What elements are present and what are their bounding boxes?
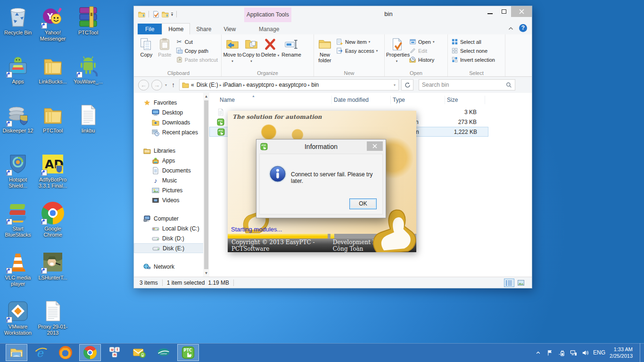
breadcrumb-item[interactable]: easyptcpro [247, 82, 274, 88]
tab-share[interactable]: Share [190, 24, 217, 34]
sidebar-item-disk-e[interactable]: Disk (E:) [134, 243, 209, 253]
rename-button[interactable]: Rename [280, 36, 303, 67]
thumbnails-view-button[interactable] [516, 279, 526, 287]
desktop-icon-adflybotpro-3-3-1-final[interactable]: ADAdflyBotPro 3.3.1 Final... [35, 153, 70, 189]
breadcrumb-collapsed-indicator[interactable]: « [191, 82, 194, 88]
breadcrumb-item[interactable]: bin [311, 82, 319, 88]
desktop-icon-google-chrome[interactable]: Google Chrome [35, 202, 70, 238]
tab-view[interactable]: View [217, 24, 242, 34]
breadcrumb-item[interactable]: easyptcpro [279, 82, 306, 88]
column-header-type[interactable]: Type [391, 96, 445, 104]
desktop-icon-vlc-media-player[interactable]: VLC media player [0, 251, 35, 287]
sidebar-section-network[interactable]: Network [134, 262, 209, 272]
volume-icon[interactable] [581, 349, 589, 356]
refresh-button[interactable] [401, 79, 413, 90]
tab-file[interactable]: File [138, 24, 162, 34]
scroll-down-icon[interactable]: ▼ [203, 271, 209, 275]
sidebar-item-videos[interactable]: Videos [134, 195, 209, 205]
taskbar-item-viettel[interactable]: viettel [153, 344, 174, 361]
open-button[interactable]: Open ▾ [407, 37, 436, 46]
taskbar-item-ie[interactable]: e [30, 344, 52, 361]
desktop-icon-vmware-workstation[interactable]: VMware Workstation [0, 300, 35, 336]
sidebar-section-libraries[interactable]: Libraries [134, 146, 209, 156]
breadcrumb[interactable]: «Disk (E:)▸iPadian▸easyptcpro▸easyptcpro… [179, 79, 399, 90]
back-button[interactable]: ← [138, 80, 149, 90]
new-folder-button[interactable]: New folder [315, 36, 334, 67]
show-desktop-button[interactable] [640, 343, 644, 362]
help-icon[interactable]: ? [519, 24, 527, 32]
move-to-button[interactable]: Move to ▾ [223, 36, 242, 67]
show-hidden-icons-button[interactable] [534, 349, 542, 356]
paste-button[interactable]: Paste [156, 36, 174, 67]
maximize-button[interactable] [497, 6, 511, 17]
desktop-icon-lshuntert[interactable]: LSHunterT... [35, 251, 70, 281]
ok-button[interactable]: OK [349, 198, 377, 209]
desktop-icon-start-bluestacks[interactable]: Start BlueStacks [0, 202, 35, 238]
desktop-icon-yahoo-messenger[interactable]: YYahoo! Messenger [35, 6, 70, 42]
desktop-icon-linkbu[interactable]: linkbu [71, 104, 106, 134]
search-box[interactable] [419, 79, 515, 90]
breadcrumb-item[interactable]: iPadian [223, 82, 242, 88]
taskbar-item-mail[interactable] [128, 344, 150, 361]
breadcrumb-separator-icon[interactable]: ▸ [306, 83, 311, 87]
desktop-icon-youwave[interactable]: YouWave_... [71, 55, 106, 85]
dialog-close-button[interactable] [367, 141, 383, 151]
taskbar-item-chrome[interactable] [79, 344, 101, 361]
cut-button[interactable]: ✂ Cut [174, 37, 220, 46]
desktop-icon-ptctool[interactable]: PTCTool [35, 104, 70, 134]
breadcrumb-separator-icon[interactable]: ▸ [274, 83, 279, 87]
desktop-icon-apps[interactable]: Apps [0, 55, 35, 85]
taskbar-item-explorer[interactable] [6, 344, 27, 361]
recent-locations-icon[interactable]: ▾ [165, 83, 167, 87]
sidebar-section-favorites[interactable]: ★Favorites [134, 98, 209, 107]
column-header-name[interactable]: Name▲ [209, 96, 332, 104]
forward-button[interactable]: → [151, 80, 162, 90]
new-item-button[interactable]: New item ▾ [334, 37, 380, 46]
scrollbar-thumb[interactable] [204, 100, 208, 269]
select-all-button[interactable]: Select all [449, 37, 497, 46]
breadcrumb-item[interactable]: Disk (E:) [197, 82, 218, 88]
invert-selection-button[interactable]: Invert selection [449, 55, 497, 64]
sidebar-item-disk-d[interactable]: Disk (D:) [134, 233, 209, 243]
minimize-button[interactable] [483, 6, 497, 17]
sidebar-item-recent-places[interactable]: Recent places [134, 127, 209, 137]
paste-shortcut-button[interactable]: Paste shortcut [174, 55, 220, 64]
properties-button[interactable]: Properties▾ [386, 36, 407, 67]
breadcrumb-separator-icon[interactable]: ▸ [242, 83, 247, 87]
edit-button[interactable]: Edit [407, 46, 436, 55]
taskbar-item-unikey[interactable]: uin [104, 344, 125, 361]
desktop-icon-hotspot-shield[interactable]: Hotspot Shield... [0, 153, 35, 189]
details-view-button[interactable] [504, 279, 514, 287]
column-header-size[interactable]: Size [445, 96, 485, 104]
power-status-icon[interactable] [558, 349, 565, 356]
easy-access-button[interactable]: Easy access ▾ [334, 46, 380, 55]
new-folder-icon[interactable] [162, 11, 169, 18]
scroll-up-icon[interactable]: ▲ [203, 94, 209, 99]
sidebar-section-computer[interactable]: Computer [134, 214, 209, 223]
copy-path-button[interactable]: Copy path [174, 46, 220, 55]
desktop-icon-linkbucks[interactable]: LinkBucks... [35, 55, 70, 85]
tab-home[interactable]: Home [162, 23, 190, 34]
sidebar-item-documents[interactable]: Documents [134, 165, 209, 175]
action-center-icon[interactable] [546, 349, 553, 356]
taskbar-clock[interactable]: 1:33 AM 2/25/2013 [610, 346, 636, 359]
delete-button[interactable]: Delete ▾ [261, 36, 280, 67]
sidebar-item-music[interactable]: ♪Music [134, 175, 209, 185]
desktop-icon-ptctool[interactable]: PTCTool [71, 6, 106, 36]
desktop-icon-proxy-29-01-2013[interactable]: Proxy 29-01-2013 [35, 300, 70, 336]
desktop-icon-recycle-bin[interactable]: Recycle Bin [0, 6, 35, 36]
sidebar-item-local-disk-c[interactable]: Local Disk (C:) [134, 223, 209, 233]
tab-manage[interactable]: Manage [253, 24, 285, 34]
address-dropdown-icon[interactable]: ▾ [393, 83, 396, 87]
network-status-icon[interactable] [570, 349, 577, 356]
taskbar-item-firefox[interactable] [55, 344, 76, 361]
up-button[interactable]: ↑ [170, 81, 177, 89]
history-button[interactable]: History [407, 55, 436, 64]
folder-icon[interactable] [138, 11, 145, 18]
close-button[interactable] [511, 6, 532, 17]
copy-to-button[interactable]: Copy to ▾ [242, 36, 261, 67]
minimize-ribbon-icon[interactable] [508, 26, 513, 30]
properties-icon[interactable] [152, 11, 159, 18]
sidebar-item-desktop[interactable]: Desktop [134, 107, 209, 117]
sidebar-item-downloads[interactable]: Downloads [134, 117, 209, 127]
